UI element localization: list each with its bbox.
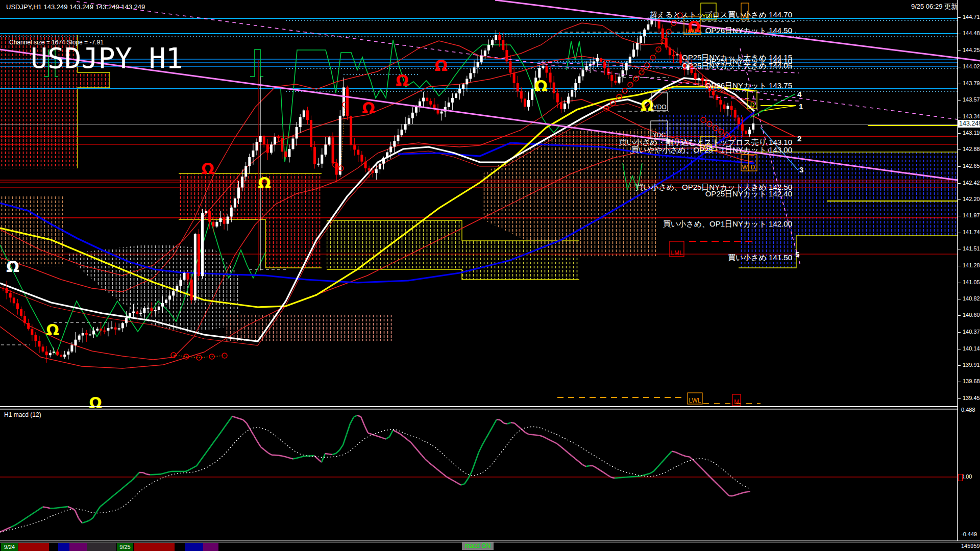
annotation-4: OP25日NYカット大きめ 144.05 xyxy=(682,61,792,71)
signal-marker: Ω xyxy=(201,160,214,178)
price-axis-label: 144.025 xyxy=(963,63,980,69)
cloud-blue-b xyxy=(739,152,958,268)
signal-marker: Ω xyxy=(534,77,548,95)
price-axis-tick xyxy=(958,398,961,399)
price-axis-tick xyxy=(958,199,961,200)
price-axis-label: 143.570 xyxy=(963,96,980,103)
price-axis-label: 144.485 xyxy=(963,30,980,36)
macd-zero-label: 0.00 xyxy=(961,473,972,480)
session-strip-segment xyxy=(69,543,87,551)
annotation-9: OP25日NYカット 142.40 xyxy=(705,189,792,199)
macd-zero-marker xyxy=(958,474,963,481)
price-axis-label: 139.685 xyxy=(963,378,980,384)
price-axis-label: 140.825 xyxy=(963,295,980,302)
session-strip-segment xyxy=(18,543,49,551)
svg-text:LWL: LWL xyxy=(689,397,701,404)
time-axis-label: 145959 xyxy=(961,543,980,549)
price-axis-label: 140.140 xyxy=(963,345,980,352)
price-axis-label: 141.515 xyxy=(963,245,980,252)
signal-marker: Ω xyxy=(258,174,271,192)
signal-marker: Ω xyxy=(396,71,409,89)
price-axis-label: 142.885 xyxy=(963,146,980,152)
signal-marker: Ω xyxy=(362,99,375,117)
price-axis-label: 139.915 xyxy=(963,362,980,368)
annotation-0: 超えるとストップロス買い小さめ 144.70 xyxy=(650,10,792,20)
price-axis-tick xyxy=(958,149,961,150)
price-axis-tick xyxy=(958,84,961,84)
update-timestamp: 9/25 06:29 更新 xyxy=(911,2,958,11)
price-axis-tick xyxy=(958,382,961,382)
current-price-tag: 143.249 xyxy=(958,120,980,128)
price-axis-tick xyxy=(958,117,961,117)
price-axis-label: 140.600 xyxy=(963,312,980,318)
session-strip-segment xyxy=(134,543,175,551)
symbol-info: USDJPY,H1 143.249 143.249 143.249 143.24… xyxy=(6,3,145,11)
svg-text:W: W xyxy=(742,164,748,171)
price-axis-tick xyxy=(958,133,961,134)
price-axis-label: 142.200 xyxy=(963,196,980,202)
signal-marker: Ω xyxy=(434,57,448,74)
price-axis-label: 140.370 xyxy=(963,329,980,335)
price-axis-label: 143.795 xyxy=(963,80,980,86)
signal-marker: Ω xyxy=(6,258,19,276)
price-axis-label: 141.285 xyxy=(963,262,980,268)
session-strip-segment xyxy=(203,543,218,551)
svg-text:YDO: YDO xyxy=(653,104,666,111)
svg-text:LML: LML xyxy=(671,249,683,257)
price-axis-tick xyxy=(958,183,961,184)
price-axis-tick xyxy=(958,299,961,299)
price-axis-tick xyxy=(958,216,961,216)
price-axis-label: 139.455 xyxy=(963,395,980,401)
price-axis-tick xyxy=(958,249,961,249)
price-axis-tick xyxy=(958,100,961,101)
session-strip-date: 9/25 xyxy=(117,543,133,551)
price-axis-tick xyxy=(958,51,961,51)
watermark: USDJPY H1 xyxy=(31,42,183,74)
price-axis-label: 143.340 xyxy=(963,113,980,119)
price-axis-tick xyxy=(958,233,961,233)
svg-text:D: D xyxy=(751,164,755,171)
price-axis-label: 141.970 xyxy=(963,212,980,218)
macd-min-label: -0.449 xyxy=(961,531,977,537)
price-axis-tick xyxy=(958,34,961,34)
price-axis-tick xyxy=(958,315,961,316)
macd-toggle-button[interactable]: macd ON xyxy=(462,542,494,550)
svg-text:D: D xyxy=(750,102,755,109)
annotation-7: 買いやや小さめ、OP25・1日NYカット 143.00 xyxy=(631,145,792,155)
price-axis-label: 141.055 xyxy=(963,279,980,285)
session-strip-segment xyxy=(185,543,203,551)
price-axis-tick xyxy=(958,67,961,67)
channel-line-number-5: 5 xyxy=(795,250,799,259)
svg-text:M: M xyxy=(734,398,739,406)
signal-marker: Ω xyxy=(46,321,59,339)
macd-indicator-title: H1 macd (12) xyxy=(4,411,41,418)
svg-text:LWH: LWH xyxy=(685,28,699,35)
price-axis-tick xyxy=(958,332,961,333)
annotation-5: OP26日NYカット 143.75 xyxy=(705,81,792,91)
annotation-1: OP26日NYカット 144.50 xyxy=(705,26,792,36)
session-strip-segment xyxy=(87,543,116,551)
annotation-10: 買い小さめ、OP1日NYカット 142.00 xyxy=(663,219,792,229)
session-strip-date: 9/24 xyxy=(1,543,18,551)
price-axis-label: 142.655 xyxy=(963,163,980,169)
price-axis-label: 141.740 xyxy=(963,229,980,235)
price-axis-tick xyxy=(958,349,961,349)
macd-max-label: 0.488 xyxy=(961,407,975,413)
mt4-chart-window: ΩΩΩΩΩΩΩΩΩΩΩYDHWLWHYDOYDCYDLDWDLMLLWLM US… xyxy=(0,0,980,551)
price-axis-tick xyxy=(958,17,961,18)
annotation-11: 買い小さめ 141.50 xyxy=(728,253,792,263)
session-strip-segment xyxy=(58,543,69,551)
price-axis-tick xyxy=(958,365,961,366)
price-axis-tick xyxy=(958,266,961,266)
price-axis-label: 144.255 xyxy=(963,47,980,53)
price-axis-tick xyxy=(958,166,961,167)
price-axis-label: 142.425 xyxy=(963,180,980,186)
channel-line-number-1: 1 xyxy=(799,102,803,111)
channel-line-number-2: 2 xyxy=(797,134,801,143)
cloud-orange-right xyxy=(482,129,656,258)
price-chart-canvas: ΩΩΩΩΩΩΩΩΩΩΩYDHWLWHYDOYDCYDLDWDLMLLWLM xyxy=(0,0,980,551)
channel-line-number-3: 3 xyxy=(799,165,803,174)
cloud-salmon-mid xyxy=(225,314,393,341)
price-axis-tick xyxy=(958,283,961,283)
channel-line-number-4: 4 xyxy=(797,90,801,98)
